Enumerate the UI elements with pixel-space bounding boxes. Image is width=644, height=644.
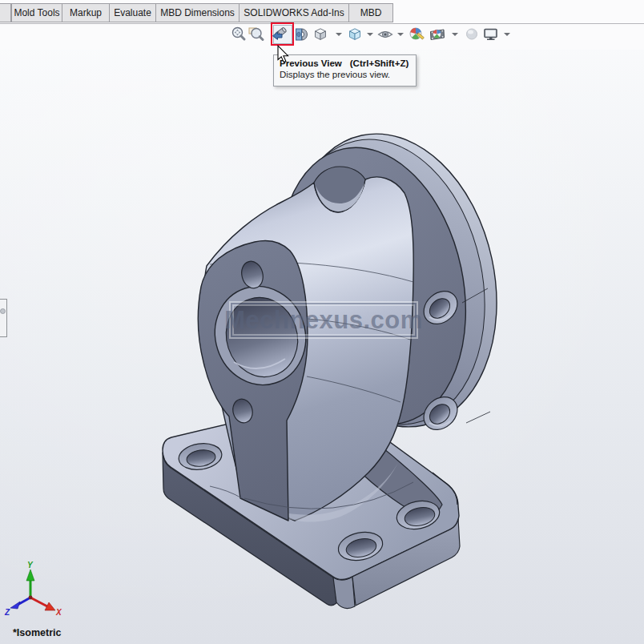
- triad-z-label: Z: [4, 608, 10, 617]
- edit-appearance-icon: [410, 28, 424, 39]
- display-style-dropdown[interactable]: [367, 33, 373, 36]
- annotation-highlight-box: [271, 22, 294, 46]
- solidworks-window: Y X Z Mechnexus.com *Isometric Mold Tool…: [0, 0, 644, 644]
- command-manager-tabrow: Mold Tools Markup Evaluate MBD Dimension…: [0, 3, 644, 24]
- zoom-to-area-button[interactable]: [248, 26, 265, 43]
- watermark: Mechnexus.com: [231, 303, 417, 337]
- tab-mbd[interactable]: MBD: [348, 3, 393, 22]
- view-orientation-dropdown[interactable]: [336, 33, 342, 36]
- tooltip-title: Previous View: [280, 58, 342, 68]
- triad-x-label: X: [55, 608, 62, 617]
- edit-appearance-button[interactable]: [409, 26, 426, 43]
- view-settings-button[interactable]: [463, 26, 481, 43]
- tab-markup[interactable]: Markup: [62, 3, 110, 22]
- tab-partial[interactable]: [0, 3, 11, 22]
- flyout-dot-icon: [0, 308, 6, 314]
- tab-solidworks-add-ins[interactable]: SOLIDWORKS Add-Ins: [239, 3, 349, 22]
- apply-scene-button[interactable]: [429, 26, 446, 43]
- tooltip-title-row: Previous View(Ctrl+Shift+Z): [280, 58, 410, 68]
- view-orientation-icon: [316, 29, 326, 40]
- apply-scene-icon: [431, 30, 445, 40]
- display-monitor-dropdown[interactable]: [504, 33, 510, 36]
- apply-scene-dropdown[interactable]: [452, 33, 458, 36]
- display-style-button[interactable]: [346, 26, 364, 43]
- hide-show-items-button[interactable]: [376, 26, 394, 43]
- tooltip-description: Displays the previous view.: [280, 70, 410, 79]
- eye-icon: [379, 31, 392, 37]
- zoom-to-fit-button[interactable]: [230, 26, 248, 43]
- display-style-icon: [350, 29, 360, 40]
- view-settings-sphere-icon: [467, 29, 477, 39]
- display-monitor-button[interactable]: [482, 26, 500, 43]
- hide-show-items-dropdown[interactable]: [397, 33, 404, 36]
- zoom-to-fit-icon: [233, 28, 245, 40]
- command-manager: Mold Tools Markup Evaluate MBD Dimension…: [0, 0, 644, 50]
- tooltip: Previous View(Ctrl+Shift+Z) Displays the…: [273, 54, 417, 87]
- view-orientation-label: *Isometric: [13, 627, 61, 638]
- tab-mbd-dimensions[interactable]: MBD Dimensions: [155, 3, 239, 22]
- section-view-button[interactable]: [293, 26, 311, 43]
- tab-evaluate[interactable]: Evaluate: [109, 3, 156, 22]
- feature-panel-flyout-tab[interactable]: [0, 299, 7, 337]
- monitor-icon: [485, 30, 497, 41]
- view-orientation-button[interactable]: [312, 26, 329, 43]
- tab-mold-tools[interactable]: Mold Tools: [11, 3, 62, 22]
- section-view-icon: [296, 29, 308, 40]
- zoom-to-area-icon: [249, 28, 263, 40]
- tooltip-shortcut: (Ctrl+Shift+Z): [350, 58, 409, 68]
